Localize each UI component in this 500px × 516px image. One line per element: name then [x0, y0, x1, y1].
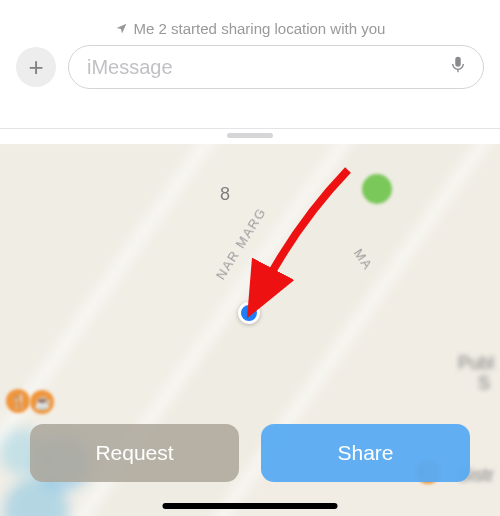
- user-location-dot: [238, 302, 260, 324]
- share-location-button[interactable]: Share: [261, 424, 470, 482]
- status-banner: Me 2 started sharing location with you: [0, 20, 500, 43]
- message-input[interactable]: [87, 56, 447, 79]
- map-label: 8: [220, 184, 230, 205]
- request-location-button[interactable]: Request: [30, 424, 239, 482]
- status-text: Me 2 started sharing location with you: [134, 20, 386, 37]
- location-arrow-icon: [115, 20, 128, 37]
- message-input-container[interactable]: [68, 45, 484, 89]
- map-label: Publ S: [458, 354, 494, 394]
- compose-area: Me 2 started sharing location with you +: [0, 0, 500, 144]
- mic-icon[interactable]: [447, 54, 469, 80]
- poi-restaurant-icon: 🍴: [6, 389, 30, 413]
- action-row: Request Share: [0, 424, 500, 482]
- plus-icon: +: [28, 52, 43, 83]
- drawer-grab-handle[interactable]: [227, 133, 273, 138]
- poi-park-icon: [362, 174, 392, 204]
- map-view[interactable]: 🍴 ☕ 🍴 8 NAR MARG MA Publ S Bistr Request…: [0, 144, 500, 516]
- poi-cafe-icon: ☕: [30, 390, 54, 414]
- input-row: +: [0, 45, 500, 89]
- separator: [0, 128, 500, 129]
- add-attachment-button[interactable]: +: [16, 47, 56, 87]
- home-indicator[interactable]: [163, 503, 338, 509]
